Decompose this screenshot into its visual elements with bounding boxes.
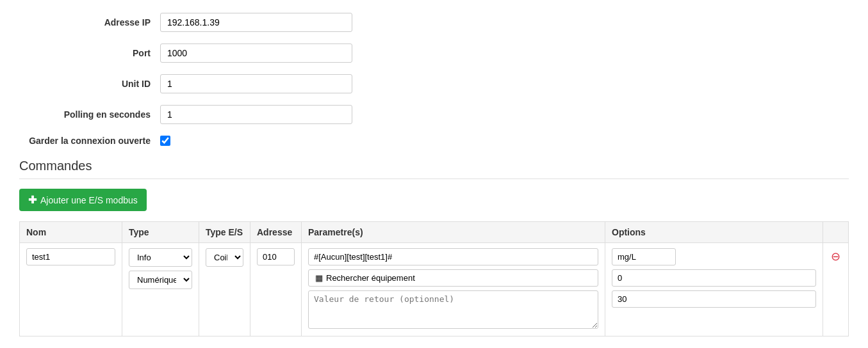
remove-row-button[interactable]: ⊖ xyxy=(830,248,842,265)
type-cell-inner: Info Action Virtuel Numérique Binaire Te… xyxy=(129,248,192,289)
type-es-select[interactable]: Coil Discrete Input Holding Register Inp… xyxy=(206,248,243,267)
keep-connection-checkbox[interactable] xyxy=(160,136,170,146)
server-icon: ▦ xyxy=(315,273,323,283)
header-remove xyxy=(823,222,849,243)
option2-input[interactable] xyxy=(612,269,816,287)
header-adresse: Adresse xyxy=(250,222,302,243)
table-row: Info Action Virtuel Numérique Binaire Te… xyxy=(20,243,849,336)
keep-connection-label: Garder la connexion ouverte xyxy=(19,136,160,146)
nom-input[interactable] xyxy=(26,248,115,265)
minus-circle-icon: ⊖ xyxy=(831,249,840,264)
unit-id-input[interactable] xyxy=(160,74,352,93)
nom-cell xyxy=(20,243,122,336)
search-equipment-button[interactable]: ▦ Rechercher équipement xyxy=(308,269,598,287)
type-es-cell: Coil Discrete Input Holding Register Inp… xyxy=(199,243,250,336)
keep-connection-group: Garder la connexion ouverte xyxy=(19,136,849,146)
adresse-cell xyxy=(250,243,302,336)
adresse-ip-group: Adresse IP xyxy=(19,13,849,32)
search-button-label: Rechercher équipement xyxy=(326,273,415,283)
option1-input[interactable] xyxy=(612,248,676,265)
add-button-label: Ajouter une E/S modbus xyxy=(40,195,138,205)
port-group: Port xyxy=(19,44,849,63)
remove-cell: ⊖ xyxy=(823,243,849,336)
unit-id-group: Unit ID xyxy=(19,74,849,93)
adresse-ip-input[interactable] xyxy=(160,13,352,32)
polling-input[interactable] xyxy=(160,105,352,124)
commandes-table: Nom Type Type E/S Adresse Parametre(s) O… xyxy=(19,221,849,336)
commandes-title: Commandes xyxy=(19,159,849,179)
params-cell: ▦ Rechercher équipement xyxy=(302,243,605,336)
type-select[interactable]: Info Action Virtuel xyxy=(129,248,192,267)
header-type: Type xyxy=(122,222,199,243)
unit-id-label: Unit ID xyxy=(19,79,160,89)
return-value-textarea[interactable] xyxy=(308,290,598,329)
add-es-modbus-button[interactable]: ✚ Ajouter une E/S modbus xyxy=(19,189,147,211)
port-label: Port xyxy=(19,48,160,58)
port-input[interactable] xyxy=(160,44,352,63)
param-tag-input[interactable] xyxy=(308,248,598,265)
adresse-input[interactable] xyxy=(257,248,295,265)
numeric-select[interactable]: Numérique Binaire Texte xyxy=(129,271,192,289)
type-cell: Info Action Virtuel Numérique Binaire Te… xyxy=(122,243,199,336)
header-parametres: Parametre(s) xyxy=(302,222,605,243)
option3-input[interactable] xyxy=(612,290,816,308)
polling-label: Polling en secondes xyxy=(19,109,160,120)
options-inner xyxy=(612,248,816,308)
header-nom: Nom xyxy=(20,222,122,243)
options-cell xyxy=(605,243,823,336)
header-type-es: Type E/S xyxy=(199,222,250,243)
plus-icon: ✚ xyxy=(28,194,37,206)
header-options: Options xyxy=(605,222,823,243)
table-header-row: Nom Type Type E/S Adresse Parametre(s) O… xyxy=(20,222,849,243)
adresse-ip-label: Adresse IP xyxy=(19,17,160,28)
polling-group: Polling en secondes xyxy=(19,105,849,124)
